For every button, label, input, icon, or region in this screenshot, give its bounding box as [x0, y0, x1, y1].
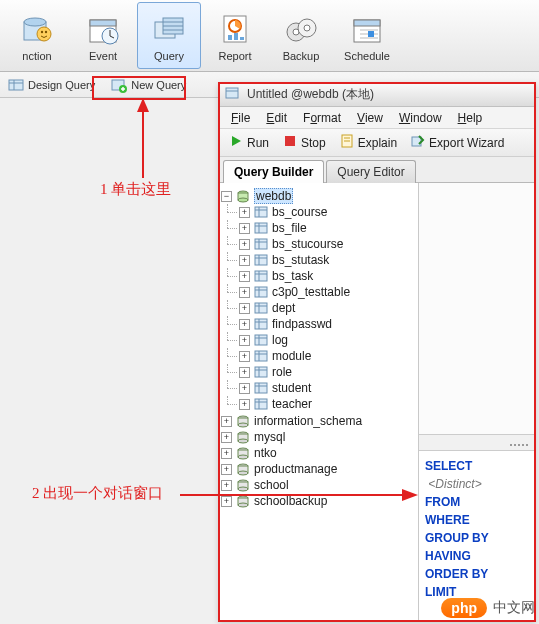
expand-icon[interactable]: + — [239, 239, 250, 250]
collapse-icon[interactable]: − — [221, 191, 232, 202]
grip-icon — [509, 438, 531, 448]
distinct-hint[interactable]: <Distinct> — [428, 477, 481, 491]
child-window: Untitled @webdb (本地) File Edit Format Vi… — [218, 82, 536, 622]
table-icon — [254, 397, 268, 411]
toolbar-label: Report — [218, 50, 251, 62]
table-icon — [254, 269, 268, 283]
function-icon — [18, 10, 56, 48]
tree-panel[interactable]: −webdb+bs_course+bs_file+bs_stucourse+bs… — [219, 183, 419, 621]
watermark: php 中文网 — [441, 598, 535, 618]
tree-db-webdb[interactable]: −webdb — [221, 188, 416, 204]
tree-table[interactable]: +teacher — [239, 397, 416, 411]
expand-icon[interactable]: + — [239, 255, 250, 266]
kw-where[interactable]: WHERE — [425, 511, 529, 529]
menu-view[interactable]: View — [351, 109, 389, 127]
tree-table[interactable]: +bs_stutask — [239, 253, 416, 267]
toolbar-button-backup[interactable]: Backup — [269, 2, 333, 69]
tree-table[interactable]: +log — [239, 333, 416, 347]
expand-icon[interactable]: + — [239, 399, 250, 410]
expand-icon[interactable]: + — [221, 464, 232, 475]
tree-table[interactable]: +module — [239, 349, 416, 363]
table-icon — [254, 301, 268, 315]
kw-having[interactable]: HAVING — [425, 547, 529, 565]
expand-icon[interactable]: + — [239, 287, 250, 298]
php-badge: php — [441, 598, 487, 618]
tree-table[interactable]: +c3p0_testtable — [239, 285, 416, 299]
toolbar-button-schedule[interactable]: Schedule — [335, 2, 399, 69]
toolbar-button-query[interactable]: Query — [137, 2, 201, 69]
expand-icon[interactable]: + — [221, 496, 232, 507]
database-icon — [236, 494, 250, 508]
tree-table[interactable]: +dept — [239, 301, 416, 315]
expand-icon[interactable]: + — [239, 351, 250, 362]
tab-query-builder[interactable]: Query Builder — [223, 160, 324, 183]
tab-query-editor[interactable]: Query Editor — [326, 160, 415, 183]
tree-table[interactable]: +role — [239, 365, 416, 379]
svg-point-95 — [238, 455, 248, 459]
tree-db[interactable]: +ntko — [221, 446, 416, 460]
arrow-step1 — [128, 98, 158, 178]
sql-keywords-panel[interactable]: SELECT <Distinct> FROM WHERE GROUP BY HA… — [419, 451, 535, 621]
tree-db[interactable]: +school — [221, 478, 416, 492]
tree-table[interactable]: +bs_task — [239, 269, 416, 283]
expand-icon[interactable]: + — [239, 319, 250, 330]
expand-icon[interactable]: + — [239, 271, 250, 282]
child-window-title: Untitled @webdb (本地) — [247, 86, 374, 103]
menu-window[interactable]: Window — [393, 109, 448, 127]
expand-icon[interactable]: + — [239, 335, 250, 346]
table-icon — [254, 365, 268, 379]
design-query-button[interactable]: Design Query — [4, 75, 99, 95]
stop-button[interactable]: Stop — [279, 133, 330, 152]
toolbar-button-event[interactable]: Event — [71, 2, 135, 69]
tree-table[interactable]: +findpasswd — [239, 317, 416, 331]
tree-db[interactable]: +schoolbackup — [221, 494, 416, 508]
stop-label: Stop — [301, 136, 326, 150]
expand-icon[interactable]: + — [239, 383, 250, 394]
svg-rect-63 — [255, 287, 267, 297]
tree-db[interactable]: +productmanage — [221, 462, 416, 476]
toolbar-label: nction — [22, 50, 51, 62]
expand-icon[interactable]: + — [221, 432, 232, 443]
tree-db[interactable]: +information_schema — [221, 414, 416, 428]
kw-select[interactable]: SELECT <Distinct> — [425, 457, 529, 493]
toolbar-label: Schedule — [344, 50, 390, 62]
menu-format[interactable]: Format — [297, 109, 347, 127]
design-query-label: Design Query — [28, 79, 95, 91]
menu-file[interactable]: File — [225, 109, 256, 127]
menu-help[interactable]: Help — [452, 109, 489, 127]
window-icon — [225, 85, 241, 104]
expand-icon[interactable]: + — [239, 223, 250, 234]
export-wizard-button[interactable]: Export Wizard — [407, 133, 508, 152]
main-toolbar: nction Event Query Report Backup Schedul… — [0, 0, 539, 72]
toolbar-button-report[interactable]: Report — [203, 2, 267, 69]
explain-button[interactable]: Explain — [336, 133, 401, 152]
expand-icon[interactable]: + — [239, 207, 250, 218]
expand-icon[interactable]: + — [239, 303, 250, 314]
tree-table[interactable]: +bs_file — [239, 221, 416, 235]
kw-groupby[interactable]: GROUP BY — [425, 529, 529, 547]
tree-table[interactable]: +student — [239, 381, 416, 395]
toolbar-button-function[interactable]: nction — [5, 2, 69, 69]
menu-edit[interactable]: Edit — [260, 109, 293, 127]
child-window-titlebar[interactable]: Untitled @webdb (本地) — [219, 83, 535, 107]
panel-splitter[interactable] — [419, 435, 535, 451]
toolbar-label: Query — [154, 50, 184, 62]
expand-icon[interactable]: + — [239, 367, 250, 378]
expand-icon[interactable]: + — [221, 448, 232, 459]
tree-table[interactable]: +bs_course — [239, 205, 416, 219]
svg-rect-81 — [255, 383, 267, 393]
new-query-label: New Query — [131, 79, 186, 91]
kw-from[interactable]: FROM — [425, 493, 529, 511]
run-button[interactable]: Run — [225, 133, 273, 152]
svg-rect-19 — [240, 37, 244, 40]
tree-db[interactable]: +mysql — [221, 430, 416, 444]
expand-icon[interactable]: + — [221, 480, 232, 491]
kw-orderby[interactable]: ORDER BY — [425, 565, 529, 583]
tree-table[interactable]: +bs_stucourse — [239, 237, 416, 251]
diagram-area[interactable] — [419, 183, 535, 435]
svg-point-89 — [238, 423, 248, 427]
table-icon — [254, 221, 268, 235]
new-query-button[interactable]: New Query — [107, 75, 190, 95]
svg-rect-30 — [9, 80, 23, 90]
expand-icon[interactable]: + — [221, 416, 232, 427]
